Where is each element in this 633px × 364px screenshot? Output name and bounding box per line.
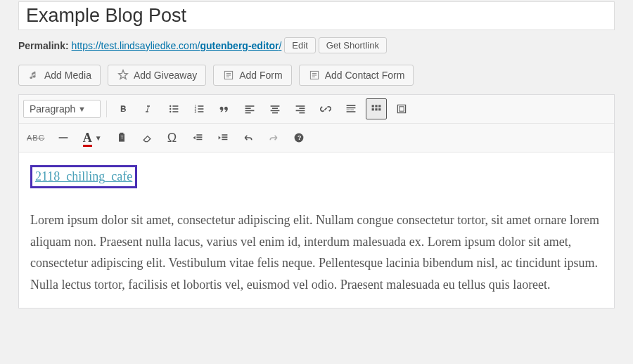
camera-music-icon bbox=[27, 70, 40, 81]
svg-point-8 bbox=[170, 105, 171, 107]
content-paragraph: Lorem ipsum dolor sit amet, consectetur … bbox=[30, 209, 603, 295]
svg-rect-32 bbox=[347, 105, 356, 106]
insert-more-button[interactable] bbox=[340, 98, 362, 119]
paste-text-button[interactable]: T bbox=[111, 127, 132, 148]
hr-icon bbox=[58, 131, 69, 144]
bold-icon bbox=[117, 103, 129, 115]
svg-point-9 bbox=[170, 108, 171, 110]
horizontal-rule-button[interactable] bbox=[53, 127, 74, 148]
svg-rect-50 bbox=[196, 136, 202, 138]
svg-rect-17 bbox=[198, 105, 203, 107]
numbered-list-button[interactable]: 123 bbox=[188, 98, 210, 119]
svg-rect-51 bbox=[196, 139, 202, 141]
selected-link-highlight: 2118_chilling_cafe bbox=[30, 165, 137, 188]
permalink-row: Permalink: https://test.lindsayliedke.co… bbox=[18, 37, 615, 53]
svg-text:?: ? bbox=[298, 134, 301, 141]
help-button[interactable]: ? bbox=[288, 127, 309, 148]
svg-rect-23 bbox=[245, 112, 251, 114]
svg-rect-42 bbox=[378, 108, 381, 110]
svg-rect-27 bbox=[272, 112, 278, 114]
undo-icon bbox=[243, 131, 254, 144]
add-giveaway-button[interactable]: Add Giveaway bbox=[108, 65, 206, 86]
list-ul-icon bbox=[168, 103, 179, 115]
edit-permalink-button[interactable]: Edit bbox=[284, 37, 315, 53]
add-media-button[interactable]: Add Media bbox=[18, 65, 101, 86]
divider bbox=[106, 100, 107, 117]
text-color-button[interactable]: A ▼ bbox=[78, 127, 107, 148]
add-form-button[interactable]: Add Form bbox=[213, 65, 291, 86]
svg-rect-47 bbox=[120, 133, 123, 134]
svg-rect-22 bbox=[245, 110, 255, 112]
outdent-icon bbox=[192, 131, 203, 144]
svg-point-10 bbox=[170, 111, 171, 112]
toolbar-toggle-button[interactable] bbox=[366, 98, 387, 119]
svg-text:3: 3 bbox=[195, 110, 197, 114]
form-icon bbox=[222, 70, 235, 81]
editor-content[interactable]: 2118_chilling_cafe Lorem ipsum dolor sit… bbox=[19, 152, 614, 308]
bold-button[interactable] bbox=[113, 98, 134, 119]
add-contact-form-button[interactable]: Add Contact Form bbox=[299, 65, 414, 86]
get-shortlink-button[interactable]: Get Shortlink bbox=[319, 37, 387, 53]
svg-rect-33 bbox=[347, 108, 356, 109]
quote-icon bbox=[219, 103, 230, 115]
align-right-icon bbox=[295, 103, 306, 115]
strikethrough-button[interactable]: ABC bbox=[23, 127, 49, 148]
svg-rect-26 bbox=[271, 110, 280, 112]
svg-rect-18 bbox=[198, 108, 203, 110]
chevron-down-icon: ▼ bbox=[78, 105, 86, 113]
italic-button[interactable] bbox=[138, 98, 159, 119]
svg-rect-53 bbox=[222, 134, 227, 136]
svg-rect-44 bbox=[399, 107, 404, 111]
svg-text:T: T bbox=[120, 135, 123, 140]
permalink-label: Permalink: bbox=[18, 40, 69, 51]
clear-formatting-button[interactable] bbox=[136, 127, 158, 148]
post-title: Example Blog Post bbox=[26, 5, 607, 27]
svg-rect-36 bbox=[347, 111, 356, 112]
redo-button[interactable] bbox=[263, 127, 284, 148]
svg-rect-29 bbox=[299, 108, 305, 109]
toolbar-toggle-icon bbox=[371, 103, 382, 115]
indent-button[interactable] bbox=[212, 127, 234, 148]
svg-rect-55 bbox=[222, 139, 227, 141]
redo-icon bbox=[268, 131, 279, 144]
undo-button[interactable] bbox=[238, 127, 259, 148]
distraction-free-button[interactable] bbox=[391, 98, 412, 119]
text-color-icon: A bbox=[83, 131, 92, 145]
align-center-button[interactable] bbox=[264, 98, 286, 119]
contact-form-icon bbox=[308, 70, 321, 81]
outdent-button[interactable] bbox=[187, 127, 208, 148]
insert-link-button[interactable] bbox=[315, 98, 336, 119]
bulleted-list-button[interactable] bbox=[163, 98, 184, 119]
svg-rect-41 bbox=[375, 108, 377, 110]
title-input-wrap[interactable]: Example Blog Post bbox=[18, 1, 615, 30]
svg-rect-49 bbox=[196, 134, 202, 136]
italic-icon bbox=[143, 103, 154, 115]
svg-rect-40 bbox=[372, 108, 374, 110]
align-left-icon bbox=[244, 103, 255, 115]
svg-rect-37 bbox=[372, 105, 374, 107]
strikethrough-icon: ABC bbox=[27, 134, 45, 142]
svg-rect-35 bbox=[350, 110, 354, 110]
media-buttons-row: Add Media Add Giveaway Add Form Add Cont… bbox=[18, 65, 615, 86]
format-select[interactable]: Paragraph ▼ bbox=[23, 100, 101, 118]
svg-rect-39 bbox=[378, 105, 381, 107]
align-left-button[interactable] bbox=[239, 98, 260, 119]
svg-rect-45 bbox=[58, 137, 68, 138]
permalink-link[interactable]: https://test.lindsayliedke.com/gutenberg… bbox=[72, 40, 282, 51]
read-more-icon bbox=[345, 103, 357, 115]
content-link[interactable]: 2118_chilling_cafe bbox=[35, 169, 132, 183]
toolbar-row-1: Paragraph ▼ 123 bbox=[19, 95, 614, 124]
svg-marker-56 bbox=[218, 136, 220, 140]
editor-panel: Paragraph ▼ 123 bbox=[18, 94, 615, 308]
fullscreen-icon bbox=[396, 103, 407, 115]
toolbar-row-2: ABC A ▼ T Ω bbox=[19, 124, 614, 152]
blockquote-button[interactable] bbox=[214, 98, 235, 119]
svg-rect-31 bbox=[299, 112, 305, 114]
special-character-button[interactable]: Ω bbox=[162, 127, 183, 148]
svg-rect-54 bbox=[222, 136, 227, 138]
link-icon bbox=[320, 103, 331, 115]
svg-rect-13 bbox=[172, 111, 178, 112]
align-right-button[interactable] bbox=[290, 98, 311, 119]
list-ol-icon: 123 bbox=[193, 103, 205, 115]
giveaway-icon bbox=[117, 69, 129, 82]
